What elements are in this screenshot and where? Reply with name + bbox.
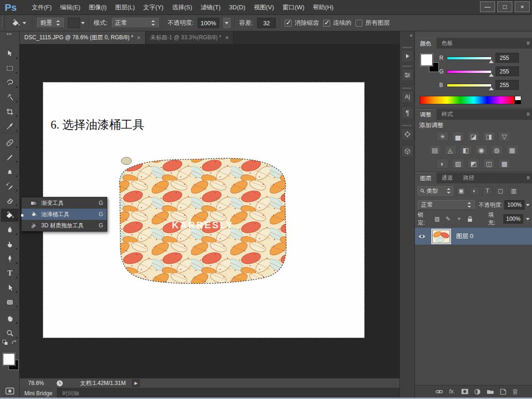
new-group-icon[interactable]: [487, 389, 494, 394]
brush-tool[interactable]: [1, 151, 19, 164]
brightness-contrast-icon[interactable]: ☀: [436, 131, 449, 141]
filter-adjustment-layers-icon[interactable]: ◐: [469, 187, 480, 196]
eyedropper-tool[interactable]: [1, 120, 19, 133]
layer-opacity-value[interactable]: 100%: [504, 200, 525, 210]
smudge-tool[interactable]: [1, 238, 19, 251]
blue-value-field[interactable]: 255: [495, 80, 519, 90]
tab-channels[interactable]: 通道: [436, 173, 458, 183]
actions-panel-icon[interactable]: [401, 50, 414, 62]
new-layer-icon[interactable]: [500, 389, 506, 395]
crop-tool[interactable]: [1, 105, 19, 118]
color-lookup-icon[interactable]: ▦: [506, 145, 518, 155]
layer-filter-type-select[interactable]: 类型: [418, 186, 453, 196]
selective-color-icon[interactable]: ◫: [483, 159, 495, 168]
zoom-level-field[interactable]: 78.6%: [28, 380, 44, 386]
menu-view[interactable]: 视图(V): [254, 3, 274, 12]
marquee-tool[interactable]: [1, 62, 19, 75]
antialias-checkbox-group[interactable]: 消除锯齿: [285, 19, 319, 27]
healing-brush-tool[interactable]: [1, 136, 19, 149]
character-panel-icon[interactable]: A|: [401, 91, 414, 103]
new-adjustment-layer-icon[interactable]: [474, 389, 480, 395]
channel-mixer-icon[interactable]: ◍: [491, 145, 503, 155]
photo-filter-icon[interactable]: ◉: [475, 145, 488, 155]
doc-tab-2-close-icon[interactable]: ×: [225, 34, 229, 41]
tab-color[interactable]: 颜色: [415, 38, 436, 49]
color-spectrum-ramp[interactable]: [420, 96, 515, 104]
green-slider[interactable]: [447, 70, 492, 73]
clone-stamp-tool[interactable]: [1, 165, 19, 178]
flyout-gradient-tool[interactable]: 渐变工具 G: [22, 197, 107, 209]
tab-swatches[interactable]: 色板: [436, 38, 458, 49]
tab-layers[interactable]: 图层: [415, 173, 436, 183]
invert-icon[interactable]: ◐: [436, 159, 449, 168]
status-options-arrow-icon[interactable]: ▶: [132, 379, 140, 387]
spectrum-bw-swatches[interactable]: [515, 96, 521, 104]
opacity-dropdown-button[interactable]: [223, 18, 230, 28]
foreground-color-swatch[interactable]: [3, 353, 15, 365]
vibrance-icon[interactable]: ▽: [498, 131, 510, 141]
close-button[interactable]: ×: [515, 1, 530, 12]
minimize-button[interactable]: —: [480, 1, 495, 12]
layer-row-0[interactable]: 图层 0: [415, 228, 532, 245]
tolerance-input[interactable]: 32: [257, 18, 276, 28]
path-selection-tool[interactable]: [1, 281, 19, 294]
red-slider-thumb[interactable]: [489, 60, 494, 63]
menu-layer[interactable]: 图层(L): [115, 3, 135, 12]
doc-tab-1-close-icon[interactable]: ×: [137, 34, 141, 41]
contiguous-checkbox[interactable]: [323, 20, 330, 27]
menu-file[interactable]: 文件(F): [32, 3, 52, 12]
menu-type[interactable]: 文字(Y): [143, 3, 163, 12]
posterize-icon[interactable]: ▨: [452, 159, 464, 168]
adjustments-panel-menu-icon[interactable]: ≡: [526, 111, 530, 117]
current-tool-button[interactable]: [9, 17, 28, 29]
contiguous-checkbox-group[interactable]: 连续的: [323, 19, 351, 27]
doc-tab-1[interactable]: DSC_1115.JPG @ 78.6% (图层 0, RGB/8) * ×: [20, 31, 146, 44]
menu-image[interactable]: 图像(I): [89, 3, 107, 12]
opacity-caret-icon[interactable]: [526, 204, 530, 206]
pattern-swatch[interactable]: [68, 18, 80, 28]
pen-tool[interactable]: [1, 252, 19, 265]
magic-wand-tool[interactable]: [1, 91, 19, 104]
eraser-tool[interactable]: [1, 194, 19, 207]
type-tool[interactable]: T: [1, 267, 19, 280]
menu-help[interactable]: 帮助(H): [313, 3, 333, 12]
lasso-tool[interactable]: [1, 76, 19, 89]
3d-panel-icon[interactable]: [401, 145, 414, 157]
menu-window[interactable]: 窗口(W): [282, 3, 304, 12]
curves-icon[interactable]: ◪: [467, 131, 480, 141]
layer-visibility-toggle[interactable]: [415, 234, 429, 239]
red-value-field[interactable]: 255: [495, 53, 519, 63]
quick-mask-button[interactable]: [1, 385, 19, 397]
layers-panel-menu-icon[interactable]: ≡: [526, 174, 530, 181]
delete-layer-icon[interactable]: [512, 389, 518, 395]
flyout-3d-material-drop-tool[interactable]: 3D 材质拖放工具 G: [22, 220, 107, 231]
expand-panels-icon[interactable]: «: [410, 32, 413, 38]
lock-pixels-icon[interactable]: ✎: [444, 215, 452, 223]
move-tool[interactable]: [1, 47, 19, 60]
menu-3d[interactable]: 3D(D): [229, 4, 245, 11]
green-value-field[interactable]: 255: [495, 66, 519, 76]
gradient-map-icon[interactable]: ▩: [498, 159, 510, 168]
all-layers-checkbox[interactable]: [355, 20, 362, 27]
history-brush-tool[interactable]: [1, 180, 19, 193]
maximize-button[interactable]: □: [497, 1, 512, 12]
blue-slider-thumb[interactable]: [489, 87, 494, 90]
filter-type-layers-icon[interactable]: T: [482, 187, 493, 196]
link-layers-icon[interactable]: [436, 390, 443, 394]
tab-adjustments[interactable]: 调整: [415, 109, 436, 120]
fill-source-select[interactable]: 前景: [37, 18, 64, 28]
opacity-value[interactable]: 100%: [198, 18, 219, 28]
shape-tool[interactable]: [1, 296, 19, 309]
doc-tab-2[interactable]: 未标题-1 @ 33.3%(RGB/8) * ×: [146, 31, 234, 44]
lock-transparency-icon[interactable]: ▨: [433, 215, 442, 223]
fill-caret-icon[interactable]: [526, 218, 530, 220]
document-size-info[interactable]: 文档:1.42M/1.31M: [80, 379, 126, 387]
menu-edit[interactable]: 编辑(E): [60, 3, 80, 12]
pattern-caret-icon[interactable]: [81, 22, 85, 24]
red-slider[interactable]: [447, 57, 492, 60]
paint-bucket-tool[interactable]: [1, 209, 19, 222]
toolbar-handle[interactable]: ▸▸: [0, 31, 19, 38]
tool-presets-panel-icon[interactable]: [401, 69, 414, 81]
all-layers-checkbox-group[interactable]: 所有图层: [355, 19, 390, 27]
hue-saturation-icon[interactable]: ▤: [429, 145, 441, 155]
